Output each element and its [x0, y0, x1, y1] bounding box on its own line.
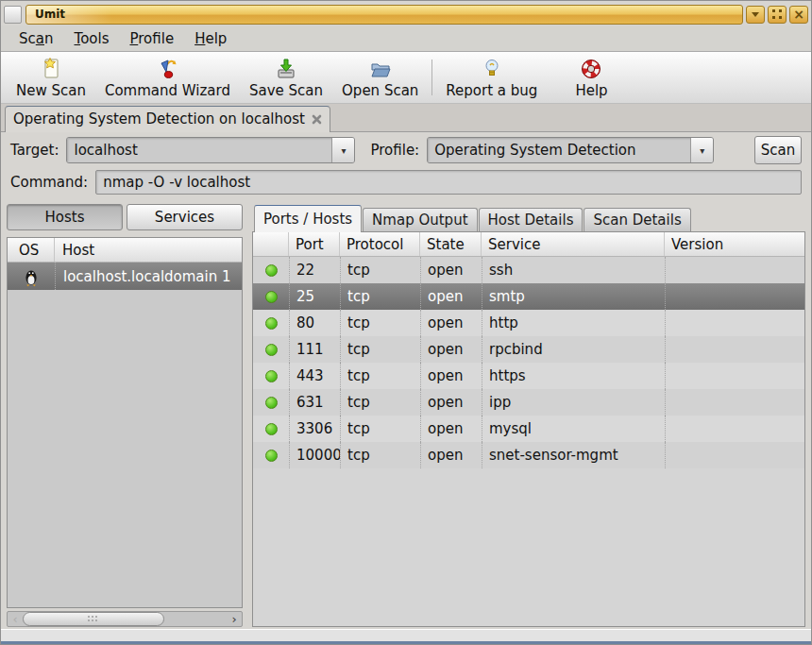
scan-tab-label: Operating System Detection on localhost: [13, 110, 305, 127]
command-label: Command:: [10, 174, 88, 191]
new-scan-icon: [39, 57, 63, 81]
menubar: Scan Tools Profile Help: [1, 25, 811, 52]
save-scan-button[interactable]: Save Scan: [240, 55, 332, 101]
state-column-header[interactable]: State: [420, 232, 482, 256]
linux-penguin-icon: [22, 266, 41, 287]
menu-scan[interactable]: Scan: [8, 26, 64, 51]
table-row[interactable]: 22 tcp open ssh: [253, 257, 804, 283]
window-menu-button[interactable]: [4, 6, 22, 24]
table-row[interactable]: 111 tcp open rpcbind: [253, 336, 804, 363]
menu-profile[interactable]: Profile: [119, 26, 184, 51]
maximize-button[interactable]: [768, 6, 787, 24]
scan-tab[interactable]: Operating System Detection on localhost: [5, 106, 330, 132]
titlebar: Umit ×: [1, 1, 811, 25]
hosts-toggle-button[interactable]: Hosts: [7, 204, 123, 230]
maximize-icon: [772, 9, 782, 19]
window-title[interactable]: Umit: [25, 5, 743, 25]
shade-button[interactable]: [746, 6, 765, 24]
toolbar-separator: [431, 59, 432, 95]
target-combobox[interactable]: localhost ▾: [66, 137, 355, 163]
umit-window: Umit × Scan Tools Profile Help New Scan: [0, 0, 812, 645]
close-button[interactable]: ×: [789, 6, 808, 24]
open-port-led-icon: [265, 397, 278, 409]
open-scan-icon: [368, 57, 393, 81]
results-panel: Ports / Hosts Nmap Output Host Details S…: [252, 204, 805, 627]
table-row[interactable]: 631 tcp open ipp: [253, 389, 804, 416]
table-row[interactable]: 3306 tcp open mysql: [253, 416, 804, 442]
service-column-header[interactable]: Service: [482, 232, 665, 256]
port-column-header[interactable]: Port: [289, 232, 340, 256]
target-label: Target:: [10, 142, 59, 159]
os-column-header[interactable]: OS: [8, 238, 55, 262]
services-toggle-button[interactable]: Services: [127, 204, 243, 230]
profile-combobox[interactable]: Operating System Detection ▾: [427, 137, 714, 163]
open-port-led-icon: [265, 291, 278, 303]
version-column-header[interactable]: Version: [665, 232, 804, 256]
report-bug-button[interactable]: Report a bug: [436, 55, 547, 101]
host-column-header[interactable]: Host: [55, 238, 242, 262]
table-row[interactable]: 80 tcp open http: [253, 310, 804, 336]
open-port-led-icon: [265, 450, 278, 462]
scroll-left-arrow-icon[interactable]: ‹: [8, 612, 23, 626]
host-list: OS Host l: [7, 237, 243, 608]
ports-table: Port Protocol State Service Version 22 t…: [252, 231, 805, 627]
chevron-down-icon: ▾: [341, 145, 346, 156]
hosts-panel: Hosts Services OS Host: [7, 204, 243, 627]
open-port-led-icon: [265, 423, 278, 435]
scroll-right-arrow-icon[interactable]: ›: [227, 612, 242, 626]
ports-table-header: Port Protocol State Service Version: [253, 232, 804, 257]
command-wizard-button[interactable]: Command Wizard: [95, 55, 240, 101]
statusbar: [1, 629, 811, 641]
command-input[interactable]: nmap -O -v localhost: [95, 170, 802, 195]
table-row[interactable]: 443 tcp open https: [253, 363, 804, 389]
open-port-led-icon: [265, 370, 278, 382]
table-row-selected[interactable]: 25 tcp open smtp: [253, 283, 804, 310]
protocol-column-header[interactable]: Protocol: [340, 232, 420, 256]
status-column-header[interactable]: [253, 232, 289, 256]
tab-nmap-output[interactable]: Nmap Output: [363, 208, 477, 231]
results-tabs: Ports / Hosts Nmap Output Host Details S…: [252, 204, 805, 231]
open-port-led-icon: [265, 344, 278, 356]
scan-button[interactable]: Scan: [754, 136, 802, 164]
menu-tools[interactable]: Tools: [64, 26, 120, 51]
host-list-header: OS Host: [8, 238, 242, 263]
profile-value[interactable]: Operating System Detection: [428, 138, 690, 162]
profile-label: Profile:: [370, 142, 419, 159]
host-row-selected[interactable]: localhost.localdomain 1: [8, 263, 242, 290]
window-bottom-edge: [1, 641, 811, 644]
scrollbar-thumb[interactable]: [23, 612, 164, 626]
command-row: Command: nmap -O -v localhost: [1, 168, 811, 200]
help-button[interactable]: Help: [566, 55, 617, 101]
scrollbar-track[interactable]: [164, 612, 227, 626]
open-scan-button[interactable]: Open Scan: [332, 55, 428, 101]
table-row[interactable]: 10000 tcp open snet-sensor-mgmt: [253, 442, 804, 468]
scrollbar-grip: [88, 616, 99, 623]
toolbar: New Scan Command Wizard Save Scan: [1, 52, 811, 104]
profile-dropdown-button[interactable]: ▾: [690, 138, 713, 162]
tab-host-details[interactable]: Host Details: [479, 208, 584, 231]
target-dropdown-button[interactable]: ▾: [331, 138, 354, 162]
tab-scan-details[interactable]: Scan Details: [584, 208, 690, 231]
scan-tab-bar: Operating System Detection on localhost: [1, 104, 811, 132]
horizontal-scrollbar[interactable]: ‹ ›: [7, 611, 243, 627]
chevron-down-icon: ▾: [700, 145, 704, 156]
target-row: Target: localhost ▾ Profile: Operating S…: [1, 132, 811, 168]
main-area: Hosts Services OS Host: [1, 200, 811, 629]
os-cell: [8, 263, 55, 290]
command-wizard-icon: [155, 57, 179, 81]
host-name: localhost.localdomain 1: [55, 263, 242, 290]
shade-triangle-icon: [752, 12, 759, 17]
tab-close-icon[interactable]: [312, 114, 322, 125]
target-input[interactable]: localhost: [67, 138, 331, 162]
save-scan-icon: [274, 57, 298, 81]
report-bug-icon: [480, 57, 504, 81]
open-port-led-icon: [265, 264, 278, 277]
open-port-led-icon: [265, 317, 278, 330]
close-icon: ×: [793, 8, 804, 21]
tab-ports-hosts[interactable]: Ports / Hosts: [254, 205, 362, 232]
help-lifesaver-icon: [579, 57, 603, 81]
menu-help[interactable]: Help: [184, 26, 237, 51]
new-scan-button[interactable]: New Scan: [7, 55, 95, 101]
